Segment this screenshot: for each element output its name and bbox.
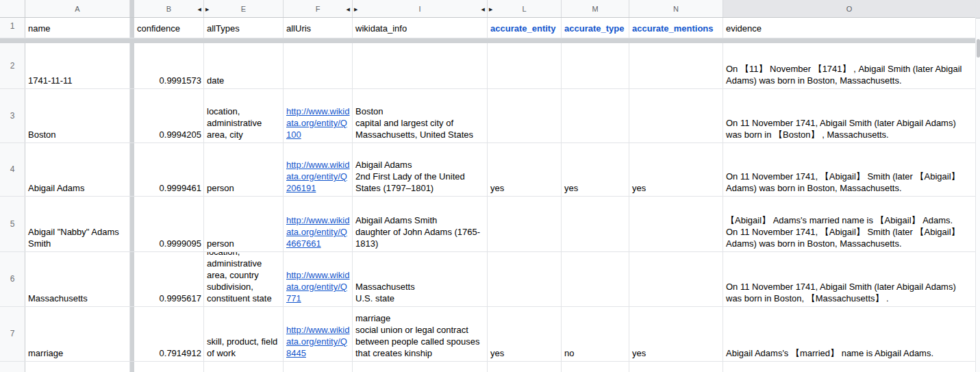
cell-alluris[interactable]: http://www.wikidata.org/entity/Q100 [284, 89, 353, 142]
select-all-corner[interactable] [0, 0, 25, 17]
cell-confidence[interactable]: 0.9999095 [134, 197, 204, 251]
cell-accurate-mentions[interactable] [629, 252, 723, 306]
cell-confidence[interactable]: 0.9994205 [134, 89, 204, 142]
reveal-hidden-columns-left-icon[interactable]: ◀ [198, 6, 201, 11]
cell-alltypes[interactable]: skill, product, field of work [204, 307, 284, 361]
column-header-l[interactable]: ▶ L [488, 0, 562, 17]
cell-wikidata-info[interactable] [353, 43, 488, 88]
cell-alltypes[interactable] [204, 362, 284, 372]
reveal-hidden-columns-right-icon[interactable]: ▶ [205, 6, 209, 11]
scrollbar-thumb[interactable] [977, 39, 980, 58]
cell-alluris[interactable]: http://www.wikidata.org/entity/Q8445 [284, 307, 353, 361]
header-cell-wikidata-info[interactable]: wikidata_info [353, 18, 488, 38]
cell-confidence[interactable]: 0.7914912 [134, 307, 204, 361]
cell-alltypes[interactable]: location, administrative area, country s… [204, 252, 284, 306]
row-number[interactable] [0, 362, 25, 372]
row-number[interactable]: 5 [0, 197, 25, 251]
cell-accurate-entity[interactable] [488, 197, 562, 251]
vertical-scrollbar[interactable] [975, 0, 980, 372]
cell-alluris[interactable] [284, 43, 353, 88]
wikidata-entity-link[interactable]: http://www.wikidata.org/entity/Q8445 [286, 324, 350, 359]
cell-alltypes[interactable]: location, administrative area, city [204, 89, 284, 142]
row-number[interactable]: 7 [0, 307, 25, 361]
column-header-o[interactable]: O [723, 0, 975, 17]
row-number[interactable]: 4 [0, 143, 25, 196]
reveal-hidden-columns-left-icon[interactable]: ◀ [481, 6, 485, 11]
wikidata-entity-link[interactable]: http://www.wikidata.org/entity/Q4667661 [286, 214, 350, 249]
cell-evidence[interactable]: On 【11】 November 【1741】 , Abigail Smith … [723, 43, 975, 88]
cell-alluris[interactable]: http://www.wikidata.org/entity/Q206191 [284, 143, 353, 196]
cell-accurate-type[interactable] [562, 362, 629, 372]
cell-wikidata-info[interactable]: Abigail Adams 2nd First Lady of the Unit… [353, 143, 488, 196]
column-header-i[interactable]: ▶ I ◀ [353, 0, 488, 17]
cell-alltypes[interactable]: person [204, 143, 284, 196]
cell-evidence[interactable]: On 11 November 1741, Abigail Smith (late… [723, 89, 975, 142]
cell-accurate-mentions[interactable] [629, 43, 723, 88]
cell-accurate-type[interactable]: no [562, 307, 629, 361]
frozen-row-divider[interactable] [0, 38, 980, 43]
row-number[interactable]: 6 [0, 252, 25, 306]
column-header-a[interactable]: A [25, 0, 130, 17]
cell-accurate-mentions[interactable]: yes [629, 143, 723, 196]
cell-evidence[interactable]: Abigail Adams's 【married】 name is Abigai… [723, 307, 975, 361]
cell-wikidata-info[interactable]: marriage social union or legal contract … [353, 307, 488, 361]
cell-accurate-type[interactable] [562, 252, 629, 306]
column-header-e[interactable]: ▶ E [204, 0, 284, 17]
cell-accurate-type[interactable] [562, 89, 629, 142]
wikidata-entity-link[interactable]: http://www.wikidata.org/entity/Q206191 [286, 159, 350, 194]
column-header-n[interactable]: N [629, 0, 723, 17]
cell-evidence[interactable]: 【Abigail】 Adams's married name is 【Abiga… [723, 197, 975, 251]
reveal-hidden-columns-right-icon[interactable]: ▶ [354, 6, 357, 11]
cell-alltypes[interactable]: date [204, 43, 284, 88]
cell-accurate-entity[interactable] [488, 43, 562, 88]
cell-name[interactable]: 1741-11-11 [25, 43, 130, 88]
cell-confidence[interactable]: 0.9999461 [134, 143, 204, 196]
cell-wikidata-info[interactable]: Boston capital and largest city of Massa… [353, 89, 488, 142]
cell-accurate-entity[interactable] [488, 252, 562, 306]
cell-confidence[interactable]: 0.9995617 [134, 252, 204, 306]
cell-wikidata-info[interactable] [353, 362, 488, 372]
wikidata-entity-link[interactable]: http://www.wikidata.org/entity/Q771 [286, 269, 350, 304]
cell-accurate-type[interactable]: yes [562, 143, 629, 196]
cell-alluris[interactable]: http://www.wikidata.org/entity/Q4667661 [284, 197, 353, 251]
cell-alluris[interactable]: http://www.wikidata.org/entity/Q771 [284, 252, 353, 306]
column-header-f[interactable]: F ◀ [284, 0, 353, 17]
cell-accurate-mentions[interactable] [629, 197, 723, 251]
header-cell-alltypes[interactable]: allTypes [204, 18, 284, 38]
row-number[interactable]: 2 [0, 43, 25, 88]
cell-accurate-entity[interactable] [488, 362, 562, 372]
cell-accurate-entity[interactable]: yes [488, 143, 562, 196]
header-cell-accurate-type[interactable]: accurate_type [562, 18, 629, 38]
wikidata-entity-link[interactable]: http://www.wikidata.org/entity/Q100 [286, 106, 350, 140]
row-number[interactable]: 1 [0, 18, 25, 38]
header-cell-evidence[interactable]: evidence [723, 18, 975, 38]
header-cell-alluris[interactable]: allUris [284, 18, 353, 38]
cell-wikidata-info[interactable]: Massachusetts U.S. state [353, 252, 488, 306]
reveal-hidden-columns-right-icon[interactable]: ▶ [489, 6, 492, 11]
cell-name[interactable]: Abigail Adams [25, 143, 130, 196]
header-cell-name[interactable]: name [25, 18, 130, 38]
cell-wikidata-info[interactable]: Abigail Adams Smith daughter of John Ada… [353, 197, 488, 251]
cell-accurate-type[interactable] [562, 197, 629, 251]
cell-evidence[interactable]: On 11 November 1741, 【Abigail】 Smith (la… [723, 143, 975, 196]
cell-accurate-mentions[interactable] [629, 89, 723, 142]
row-number[interactable]: 3 [0, 89, 25, 142]
cell-alluris[interactable] [284, 362, 353, 372]
cell-evidence[interactable] [723, 362, 975, 372]
cell-alltypes[interactable]: person [204, 197, 284, 251]
header-cell-accurate-mentions[interactable]: accurate_mentions [629, 18, 723, 38]
cell-name[interactable]: Boston [25, 89, 130, 142]
cell-name[interactable]: Massachusetts [25, 252, 130, 306]
cell-evidence[interactable]: On 11 November 1741, Abigail Smith (late… [723, 252, 975, 306]
cell-name[interactable]: marriage [25, 307, 130, 361]
cell-confidence[interactable]: 0.9991573 [134, 43, 204, 88]
reveal-hidden-columns-left-icon[interactable]: ◀ [347, 6, 350, 11]
header-cell-confidence[interactable]: confidence [134, 18, 204, 38]
cell-accurate-mentions[interactable]: yes [629, 307, 723, 361]
cell-accurate-mentions[interactable] [629, 362, 723, 372]
column-header-b[interactable]: B ◀ [134, 0, 204, 17]
cell-accurate-type[interactable] [562, 43, 629, 88]
column-header-m[interactable]: M [562, 0, 629, 17]
cell-confidence[interactable] [134, 362, 204, 372]
cell-name[interactable] [25, 362, 130, 372]
